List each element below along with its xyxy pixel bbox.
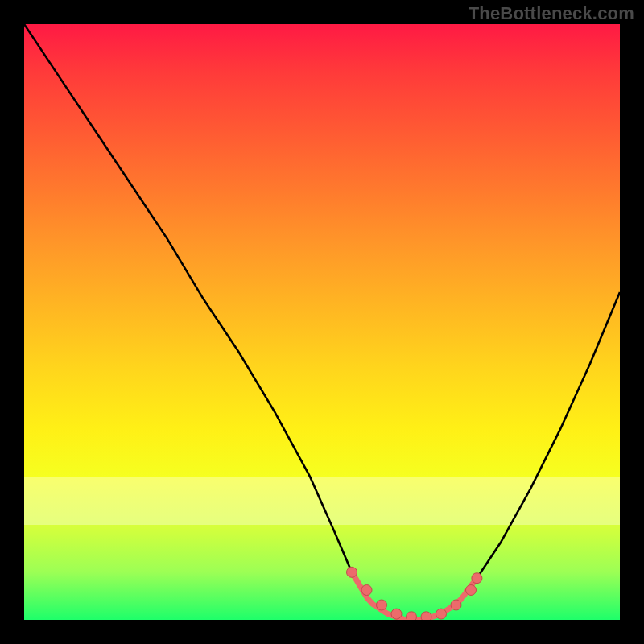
plot-area xyxy=(24,24,620,620)
flat-dot xyxy=(347,567,357,577)
flat-dot xyxy=(361,585,372,596)
flat-dot xyxy=(377,600,387,610)
flat-dot xyxy=(436,609,447,619)
flat-dot xyxy=(407,612,417,620)
chart-frame: TheBottleneck.com xyxy=(0,0,644,644)
curve-layer xyxy=(24,24,620,620)
curve-path xyxy=(24,24,620,620)
bottleneck-curve xyxy=(24,24,620,620)
flat-dot xyxy=(466,585,477,596)
flat-region-dots xyxy=(347,567,482,620)
watermark-text: TheBottleneck.com xyxy=(469,3,634,24)
flat-dot xyxy=(451,600,461,610)
flat-dot xyxy=(421,612,431,620)
flat-dot xyxy=(472,573,482,584)
flat-dot xyxy=(391,609,402,619)
